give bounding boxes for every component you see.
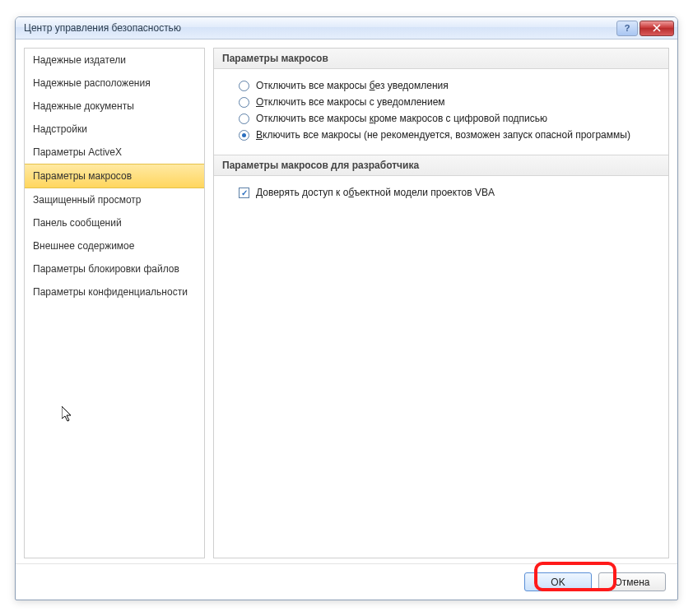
radio-label: Отключить все макросы с уведомлением [256,96,445,108]
macro-option-radio[interactable]: Отключить все макросы кроме макросов с ц… [239,110,660,127]
macro-option-radio[interactable]: Включить все макросы (не рекомендуется, … [239,127,660,143]
sidebar-item[interactable]: Внешнее содержимое [25,234,204,257]
cancel-button[interactable]: Отмена [598,572,666,591]
dialog-body: Надежные издателиНадежные расположенияНа… [16,39,677,563]
sidebar-item[interactable]: Надстройки [25,118,204,141]
checkbox-icon [239,188,249,198]
radio-label: Отключить все макросы кроме макросов с ц… [256,113,547,124]
section-developer-header: Параметры макросов для разработчика [214,155,668,176]
radio-label: Включить все макросы (не рекомендуется, … [256,129,630,141]
close-button[interactable] [640,21,674,36]
radio-label: Отключить все макросы без уведомления [256,80,449,91]
trust-center-dialog: Центр управления безопасностью ? Надежны… [15,16,678,600]
developer-settings-options: Доверять доступ к объектной модели проек… [214,176,668,212]
sidebar-item[interactable]: Панель сообщений [25,211,204,234]
close-icon [653,24,661,32]
window-title: Центр управления безопасностью [24,22,615,34]
ok-button[interactable]: OK [524,572,592,591]
sidebar-item[interactable]: Параметры макросов [25,164,204,188]
sidebar-item[interactable]: Надежные документы [25,95,204,118]
settings-panel: Параметры макросов Отключить все макросы… [213,48,669,558]
macro-settings-options: Отключить все макросы без уведомленияОтк… [214,69,668,155]
sidebar-item[interactable]: Параметры блокировки файлов [25,257,204,280]
sidebar-item[interactable]: Надежные издатели [25,49,204,72]
sidebar-item[interactable]: Защищенный просмотр [25,188,204,211]
sidebar-item[interactable]: Параметры ActiveX [25,141,204,164]
macro-option-radio[interactable]: Отключить все макросы с уведомлением [239,94,660,110]
checkbox-label: Доверять доступ к объектной модели проек… [256,187,495,198]
titlebar[interactable]: Центр управления безопасностью ? [16,17,677,39]
sidebar-item[interactable]: Надежные расположения [25,72,204,95]
dialog-button-bar: OK Отмена [16,563,677,600]
section-macro-settings-header: Параметры макросов [214,49,668,69]
radio-icon [239,81,249,91]
category-sidebar: Надежные издателиНадежные расположенияНа… [24,48,205,558]
radio-icon [239,130,249,141]
macro-option-radio[interactable]: Отключить все макросы без уведомления [239,77,660,94]
sidebar-item[interactable]: Параметры конфиденциальности [25,280,204,303]
trust-vba-checkbox-row[interactable]: Доверять доступ к объектной модели проек… [239,184,660,201]
radio-icon [239,97,249,108]
radio-icon [239,113,249,124]
help-button[interactable]: ? [616,21,638,36]
